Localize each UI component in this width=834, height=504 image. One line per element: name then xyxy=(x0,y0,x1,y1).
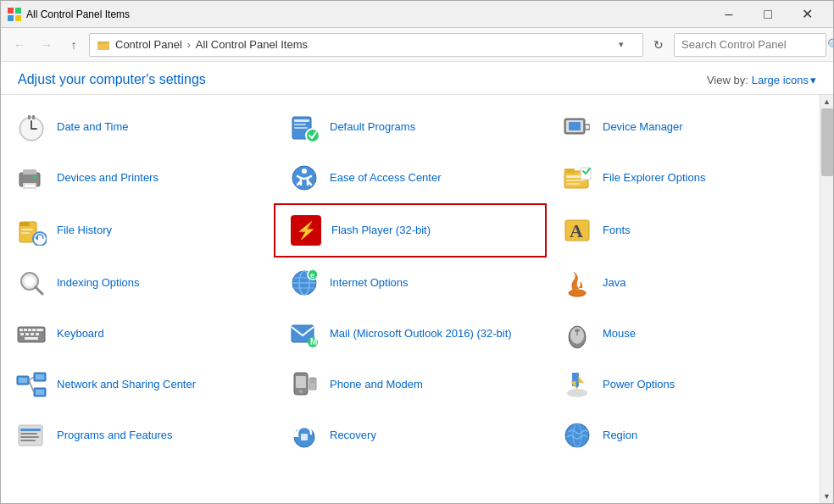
address-bar: ← → ↑ Control Panel › All Control Panel … xyxy=(1,28,833,62)
svg-text:M: M xyxy=(310,337,317,346)
refresh-button[interactable]: ↻ xyxy=(647,33,670,57)
forward-button[interactable]: → xyxy=(35,33,58,57)
window-title: All Control Panel Items xyxy=(26,8,709,20)
app-icon xyxy=(8,8,21,21)
svg-rect-93 xyxy=(20,429,41,431)
content-header: Adjust your computer's settings View by:… xyxy=(1,62,833,95)
file-history-label: File History xyxy=(57,224,112,238)
item-mouse[interactable]: Mouse xyxy=(547,308,820,359)
svg-rect-64 xyxy=(31,333,34,335)
svg-rect-92 xyxy=(19,425,42,446)
item-phone-modem[interactable]: Phone and Modem xyxy=(274,359,547,410)
item-mail[interactable]: M Mail (Microsoft Outlook 2016) (32-bit) xyxy=(274,308,547,359)
internet-options-label: Internet Options xyxy=(330,276,409,291)
file-explorer-icon xyxy=(560,161,594,195)
svg-rect-38 xyxy=(21,229,33,230)
svg-rect-11 xyxy=(28,115,31,119)
svg-point-27 xyxy=(33,175,36,179)
svg-rect-62 xyxy=(20,333,24,335)
item-device-manager[interactable]: Device Manager xyxy=(547,102,820,152)
scroll-thumb[interactable] xyxy=(821,108,833,176)
item-default-programs[interactable]: Default Programs xyxy=(274,102,547,152)
file-history-icon xyxy=(14,213,48,247)
svg-rect-12 xyxy=(32,115,35,119)
item-file-explorer[interactable]: File Explorer Options xyxy=(547,152,820,203)
svg-line-80 xyxy=(29,377,34,380)
svg-point-54 xyxy=(569,290,586,296)
item-recovery[interactable]: Recovery xyxy=(274,410,547,461)
svg-line-81 xyxy=(29,380,34,392)
svg-rect-60 xyxy=(36,329,40,331)
item-internet-options[interactable]: e Internet Options xyxy=(274,258,547,308)
up-button[interactable]: ↑ xyxy=(62,33,86,57)
item-fonts[interactable]: A Fonts xyxy=(547,203,820,258)
mouse-icon xyxy=(560,317,594,351)
date-time-icon xyxy=(14,110,48,144)
view-by-dropdown[interactable]: Large icons ▾ xyxy=(752,74,816,86)
item-power-options[interactable]: Power Options xyxy=(547,359,820,410)
svg-point-73 xyxy=(575,329,580,332)
flash-player-icon: ⚡ xyxy=(289,213,323,247)
mail-icon: M xyxy=(287,317,321,351)
maximize-button[interactable]: □ xyxy=(748,1,787,28)
breadcrumb-control-panel[interactable]: Control Panel xyxy=(115,38,182,51)
mail-label: Mail (Microsoft Outlook 2016) (32-bit) xyxy=(330,327,512,341)
svg-rect-37 xyxy=(19,222,30,226)
item-keyboard[interactable]: Keyboard xyxy=(1,308,274,359)
svg-rect-77 xyxy=(36,374,44,379)
svg-rect-21 xyxy=(569,122,581,130)
scrollbar[interactable]: ▲ ▼ xyxy=(820,95,833,503)
item-programs-features[interactable]: Programs and Features xyxy=(1,410,274,461)
phone-modem-label: Phone and Modem xyxy=(330,378,423,392)
address-field[interactable]: Control Panel › All Control Panel Items … xyxy=(89,33,643,57)
default-programs-label: Default Programs xyxy=(330,120,415,135)
svg-point-84 xyxy=(299,390,303,393)
item-flash-player[interactable]: ⚡ Flash Player (32-bit) xyxy=(274,203,547,258)
devices-printers-icon xyxy=(14,161,48,195)
devices-printers-label: Devices and Printers xyxy=(57,171,158,186)
search-input[interactable] xyxy=(681,38,824,51)
svg-rect-57 xyxy=(24,329,27,331)
svg-text:A: A xyxy=(570,220,583,241)
close-button[interactable]: ✕ xyxy=(787,1,826,28)
svg-rect-66 xyxy=(25,337,38,340)
scroll-down-arrow[interactable]: ▼ xyxy=(820,490,834,503)
svg-point-45 xyxy=(25,276,35,286)
device-manager-label: Device Manager xyxy=(603,120,683,135)
minimize-button[interactable]: – xyxy=(709,1,748,28)
svg-rect-31 xyxy=(564,169,575,173)
item-date-time[interactable]: Date and Time xyxy=(1,102,274,152)
item-region[interactable]: Region xyxy=(547,410,820,461)
svg-point-88 xyxy=(567,389,587,397)
keyboard-label: Keyboard xyxy=(57,327,104,341)
region-label: Region xyxy=(603,429,637,443)
item-devices-printers[interactable]: Devices and Printers xyxy=(1,152,274,203)
item-ease-of-access[interactable]: Ease of Access Center xyxy=(274,152,547,203)
search-field[interactable]: 🔍 xyxy=(674,33,826,57)
scroll-up-arrow[interactable]: ▲ xyxy=(820,95,834,108)
item-indexing-options[interactable]: Indexing Options xyxy=(1,258,274,308)
flash-player-label: Flash Player (32-bit) xyxy=(331,224,431,238)
fonts-label: Fonts xyxy=(603,224,631,238)
svg-rect-61 xyxy=(40,329,43,331)
item-java[interactable]: Java xyxy=(547,258,820,308)
view-by-control: View by: Large icons ▾ xyxy=(707,74,816,86)
recovery-icon xyxy=(287,418,321,452)
network-sharing-label: Network and Sharing Center xyxy=(57,378,196,392)
phone-modem-icon xyxy=(287,368,321,402)
item-network-sharing[interactable]: Network and Sharing Center xyxy=(1,359,274,410)
back-button[interactable]: ← xyxy=(8,33,31,57)
svg-rect-16 xyxy=(294,127,308,129)
address-dropdown-button[interactable]: ▾ xyxy=(619,39,636,50)
breadcrumb-all-items[interactable]: All Control Panel Items xyxy=(196,38,308,51)
search-icon: 🔍 xyxy=(827,38,834,51)
programs-features-icon xyxy=(14,418,48,452)
svg-line-46 xyxy=(36,287,42,294)
svg-rect-0 xyxy=(8,8,14,14)
svg-rect-1 xyxy=(15,8,21,14)
svg-text:e: e xyxy=(310,271,314,280)
scroll-track[interactable] xyxy=(820,108,834,490)
item-file-history[interactable]: File History xyxy=(1,203,274,258)
programs-features-label: Programs and Features xyxy=(57,429,173,443)
svg-rect-65 xyxy=(36,333,39,335)
